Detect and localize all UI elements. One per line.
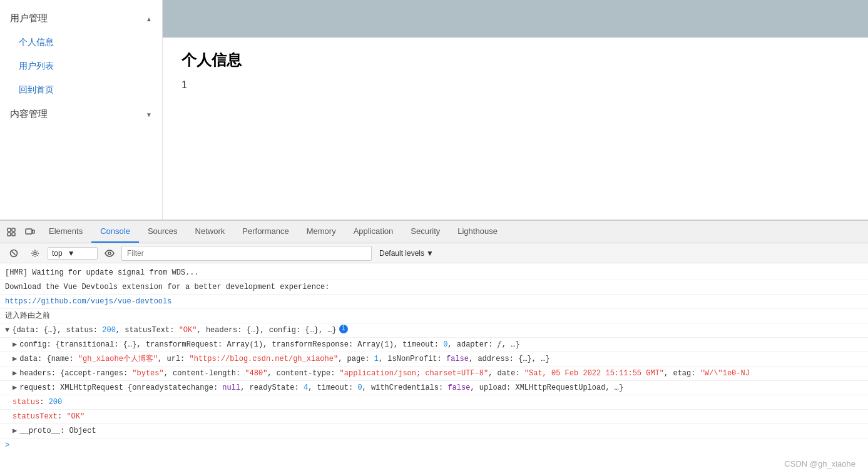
tab-network[interactable]: Network <box>186 221 234 243</box>
sidebar-item-user-management[interactable]: 用户管理 <box>0 6 162 31</box>
content-header-bar <box>163 0 868 38</box>
console-text-config: config: {transitional: {…}, transformReq… <box>19 339 519 350</box>
sidebar-item-home[interactable]: 回到首页 <box>0 78 162 102</box>
tab-sources[interactable]: Sources <box>139 221 186 243</box>
data-expand-arrow[interactable] <box>13 353 17 365</box>
eye-icon[interactable] <box>101 245 118 261</box>
devtools-panel: Elements Console Sources Network Perform… <box>0 220 868 476</box>
user-management-arrow-icon <box>146 14 152 23</box>
console-line-object-root: {data: {…}, status: 200, statusText: "OK… <box>0 323 868 338</box>
devtools-toolbar: Elements Console Sources Network Perform… <box>0 221 868 243</box>
console-line-statustext: statusText: "OK" <box>0 410 868 424</box>
tab-security[interactable]: Security <box>402 221 449 243</box>
console-context-value: top <box>52 249 63 258</box>
page-value: 1 <box>181 79 849 91</box>
console-text-object-root: {data: {…}, status: 200, statusText: "OK… <box>12 325 337 336</box>
console-line-proto: __proto__: Object <box>0 424 868 438</box>
svg-rect-0 <box>8 228 11 231</box>
headers-expand-arrow[interactable] <box>13 368 17 379</box>
sidebar-item-personal-info[interactable]: 个人信息 <box>0 31 162 54</box>
clear-console-icon[interactable] <box>5 245 23 262</box>
console-text-status: status: 200 <box>13 397 62 408</box>
devtools-tabs: Elements Console Sources Network Perform… <box>40 221 865 243</box>
svg-rect-4 <box>26 229 32 234</box>
default-levels-button[interactable]: Default levels ▼ <box>375 248 437 259</box>
console-text-route: 进入路由之前 <box>5 310 50 322</box>
console-output[interactable]: [HMR] Waiting for update signal from WDS… <box>0 263 868 476</box>
console-line-devtools-link: https://github.com/vuejs/vue-devtools <box>0 295 868 309</box>
console-devtools-link[interactable]: https://github.com/vuejs/vue-devtools <box>5 296 171 307</box>
console-text-proto: __proto__: Object <box>19 425 96 437</box>
svg-point-8 <box>34 252 36 255</box>
content-area: 个人信息 1 <box>163 0 868 220</box>
device-toolbar-icon[interactable] <box>21 223 39 241</box>
console-text-headers: headers: {accept-ranges: "bytes", conten… <box>19 368 750 379</box>
console-prompt: > <box>5 440 9 451</box>
object-expand-arrow[interactable] <box>5 325 9 336</box>
sidebar-item-content-management-label: 内容管理 <box>10 108 48 120</box>
sidebar-item-user-list[interactable]: 用户列表 <box>0 54 162 78</box>
console-line-headers: headers: {accept-ranges: "bytes", conten… <box>0 367 868 381</box>
console-line-hmr: [HMR] Waiting for update signal from WDS… <box>0 266 868 280</box>
object-info-icon: i <box>339 325 348 333</box>
console-text-hmr: [HMR] Waiting for update signal from WDS… <box>5 267 199 278</box>
tab-application[interactable]: Application <box>345 221 402 243</box>
console-settings-icon[interactable] <box>26 245 44 262</box>
page-title: 个人信息 <box>181 50 849 70</box>
console-text-devtools-msg: Download the Vue Devtools extension for … <box>5 281 329 293</box>
svg-point-9 <box>108 252 111 255</box>
proto-expand-arrow[interactable] <box>13 425 17 437</box>
svg-line-7 <box>12 251 16 255</box>
console-line-route: 进入路由之前 <box>0 309 868 323</box>
console-line-status: status: 200 <box>0 395 868 410</box>
request-expand-arrow[interactable] <box>13 382 17 393</box>
tab-lighthouse[interactable]: Lighthouse <box>449 221 506 243</box>
svg-rect-2 <box>8 233 11 236</box>
tab-elements[interactable]: Elements <box>40 221 91 243</box>
content-management-arrow-icon <box>146 110 152 119</box>
tab-performance[interactable]: Performance <box>233 221 297 243</box>
svg-rect-1 <box>12 228 15 231</box>
console-context-select[interactable]: top ▼ <box>48 247 98 260</box>
console-line-request: request: XMLHttpRequest {onreadystatecha… <box>0 381 868 395</box>
console-text-request: request: XMLHttpRequest {onreadystatecha… <box>19 382 623 393</box>
sidebar-item-content-management[interactable]: 内容管理 <box>0 102 162 126</box>
svg-rect-5 <box>33 230 34 233</box>
console-line-data: data: {name: "gh_xiaohe个人博客", url: "http… <box>0 352 868 367</box>
console-filter-input[interactable] <box>121 246 372 261</box>
console-toolbar: top ▼ Default levels ▼ <box>0 243 868 263</box>
content-body: 个人信息 1 <box>163 38 868 220</box>
console-line-devtools-msg: Download the Vue Devtools extension for … <box>0 280 868 295</box>
console-input-line: > <box>0 438 868 452</box>
tab-memory[interactable]: Memory <box>298 221 345 243</box>
default-levels-label: Default levels <box>379 249 424 258</box>
console-line-config: config: {transitional: {…}, transformReq… <box>0 338 868 352</box>
config-expand-arrow[interactable] <box>13 339 17 350</box>
tab-console[interactable]: Console <box>91 221 139 243</box>
inspect-element-icon[interactable] <box>3 223 20 241</box>
levels-dropdown-icon: ▼ <box>426 249 434 258</box>
console-text-data: data: {name: "gh_xiaohe个人博客", url: "http… <box>19 353 549 365</box>
sidebar-item-user-management-label: 用户管理 <box>10 13 48 24</box>
context-dropdown-icon: ▼ <box>68 249 75 258</box>
svg-rect-3 <box>12 233 15 236</box>
sidebar: 用户管理 个人信息 用户列表 回到首页 内容管理 <box>0 0 163 220</box>
console-text-statustext: statusText: "OK" <box>13 411 84 422</box>
